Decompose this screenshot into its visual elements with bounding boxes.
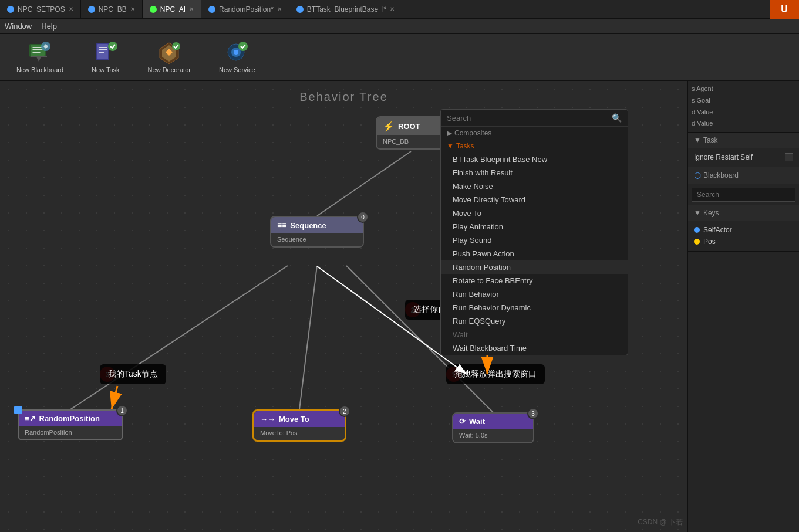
side-labels: s Agent s Goal d Value d Value	[688, 81, 799, 133]
svg-rect-6	[97, 44, 108, 59]
dropdown-item-11[interactable]: Run Behavior Dynamic	[441, 301, 628, 314]
node-wait[interactable]: 3 ⟳ Wait Wait: 5.0s	[452, 412, 534, 443]
svg-line-15	[70, 266, 288, 409]
dropdown-search-bar: 🔍	[441, 110, 628, 127]
menu-help[interactable]: Help	[41, 22, 57, 31]
new-blackboard-button[interactable]: New Blackboard	[9, 36, 70, 78]
tab-label-npc-setpos: NPC_SETPOS	[18, 5, 65, 13]
dropdown-item-2[interactable]: Make Noise	[441, 179, 628, 193]
tab-bar: NPC_SETPOS ✕ NPC_BB ✕ NPC_AI ✕ RandomPos…	[0, 0, 799, 19]
dropdown-item-14[interactable]: Wait Blackboard Time	[441, 341, 628, 355]
ignore-restart-checkbox[interactable]	[785, 153, 793, 161]
moveto-body: MoveTo: Pos	[254, 427, 345, 440]
node-random-position[interactable]: 1 ≡↗ RandomPosition RandomPosition	[18, 409, 123, 440]
dropdown-item-10[interactable]: Run Behavior	[441, 287, 628, 301]
tab-close-random-position[interactable]: ✕	[277, 6, 282, 12]
dropdown-item-6[interactable]: Play Sound	[441, 233, 628, 247]
side-label-agent: s Agent	[692, 83, 795, 95]
key-item-selfactor[interactable]: SelfActor	[694, 224, 793, 236]
new-decorator-button[interactable]: New Decorator	[141, 36, 198, 78]
wait-badge: 3	[527, 408, 539, 419]
node-root[interactable]: ⚡ ROOT NPC_BB	[376, 116, 446, 150]
task-section-label: Task	[703, 136, 718, 144]
side-label-value1: d Value	[692, 107, 795, 118]
sequence-label: Sequence	[290, 221, 326, 230]
task-section-header[interactable]: ▼ Task	[688, 133, 799, 148]
sequence-body: Sequence	[271, 233, 363, 246]
tab-close-npc-setpos[interactable]: ✕	[69, 6, 73, 12]
search-icon: 🔍	[612, 113, 622, 123]
key-dot-pos	[694, 239, 700, 245]
tab-bttask[interactable]: BTTask_BlueprintBase_l* ✕	[289, 0, 402, 18]
blackboard-section-header[interactable]: ⬡ Blackboard	[688, 167, 799, 184]
dropdown-item-1[interactable]: Finish with Result	[441, 166, 628, 179]
side-label-goal: s Goal	[692, 95, 795, 107]
new-decorator-label: New Decorator	[148, 66, 191, 73]
keys-section-header[interactable]: ▼ Keys	[688, 205, 799, 221]
tab-npc-bb[interactable]: NPC_BB ✕	[81, 0, 143, 18]
moveto-badge: 2	[339, 405, 350, 417]
dropdown-item-12[interactable]: Run EQSQuery	[441, 314, 628, 328]
ignore-restart-label: Ignore Restart Self	[694, 153, 753, 161]
random-header: ≡↗ RandomPosition	[19, 411, 122, 426]
tab-npc-setpos[interactable]: NPC_SETPOS ✕	[0, 0, 81, 18]
composites-label: Composites	[454, 129, 491, 137]
key-dot-selfactor	[694, 227, 700, 233]
dropdown-category-composites[interactable]: ▶ Composites	[441, 127, 628, 140]
root-body: NPC_BB	[377, 135, 445, 148]
behavior-tree-canvas[interactable]: Behavior Tree ⚡ ROOT NPC_BB 0	[0, 81, 687, 532]
main-area: Behavior Tree ⚡ ROOT NPC_BB 0	[0, 81, 799, 532]
dropdown-item-13[interactable]: Wait	[441, 328, 628, 341]
panel-search-container	[688, 184, 799, 205]
key-item-pos[interactable]: Pos	[694, 236, 793, 248]
svg-line-20	[112, 386, 117, 409]
sequence-sub: Sequence	[277, 236, 306, 243]
node-sequence[interactable]: 0 ≡≡ Sequence Sequence	[270, 216, 364, 248]
dropdown-item-9[interactable]: Rotate to Face BBEntry	[441, 274, 628, 287]
keys-section: ▼ Keys SelfActor Pos	[688, 205, 799, 252]
wait-label: Wait	[469, 417, 485, 426]
tasks-label: Tasks	[456, 142, 474, 150]
blackboard-icon: ⬡	[694, 171, 701, 180]
root-sub: NPC_BB	[383, 138, 409, 145]
composites-arrow: ▶	[447, 129, 452, 137]
keys-arrow-icon: ▼	[694, 209, 701, 217]
dropdown-item-0[interactable]: BTTask Blueprint Base New	[441, 153, 628, 166]
moveto-header: →→ Move To	[254, 411, 345, 427]
tab-label-bttask: BTTask_BlueprintBase_l*	[307, 5, 386, 13]
new-decorator-icon	[157, 40, 181, 64]
toolbar: New Blackboard New Task New Decorator	[0, 34, 799, 81]
tasks-arrow: ▼	[447, 142, 454, 150]
tab-close-bttask[interactable]: ✕	[390, 6, 395, 12]
dropdown-search-input[interactable]	[447, 114, 608, 123]
svg-point-13	[238, 42, 248, 51]
svg-line-16	[299, 266, 317, 409]
panel-search-input[interactable]	[692, 188, 795, 202]
svg-line-14	[317, 151, 411, 216]
dropdown-item-3[interactable]: Move Directly Toward	[441, 193, 628, 206]
tab-random-position[interactable]: RandomPosition* ✕	[201, 0, 289, 18]
dropdown-item-8[interactable]: Random Position	[441, 260, 628, 274]
dropdown-item-5[interactable]: Play Animation	[441, 220, 628, 233]
new-service-button[interactable]: New Service	[212, 36, 262, 78]
new-service-label: New Service	[219, 66, 255, 73]
dropdown-item-7[interactable]: Push Pawn Action	[441, 247, 628, 260]
wait-sub: Wait: 5.0s	[459, 432, 488, 439]
tab-icon-npc-setpos	[7, 6, 14, 13]
tab-label-npc-bb: NPC_BB	[99, 5, 127, 13]
canvas-title: Behavior Tree	[299, 90, 388, 104]
tab-npc-ai[interactable]: NPC_AI ✕	[143, 0, 201, 18]
tab-icon-npc-ai	[150, 6, 157, 13]
sequence-header: ≡≡ Sequence	[271, 217, 363, 233]
node-move-to[interactable]: 2 →→ Move To MoveTo: Pos	[252, 409, 346, 442]
dropdown-item-4[interactable]: Move To	[441, 206, 628, 220]
menu-window[interactable]: Window	[5, 22, 32, 31]
random-indicator	[14, 406, 22, 414]
tab-close-npc-ai[interactable]: ✕	[189, 6, 194, 12]
tab-close-npc-bb[interactable]: ✕	[130, 6, 135, 12]
watermark: CSDN @ 卜若	[638, 517, 683, 527]
dropdown-category-tasks[interactable]: ▼ Tasks	[441, 140, 628, 153]
task-section-content: Ignore Restart Self	[688, 148, 799, 167]
root-header: ⚡ ROOT	[377, 117, 445, 135]
new-task-button[interactable]: New Task	[85, 36, 126, 78]
